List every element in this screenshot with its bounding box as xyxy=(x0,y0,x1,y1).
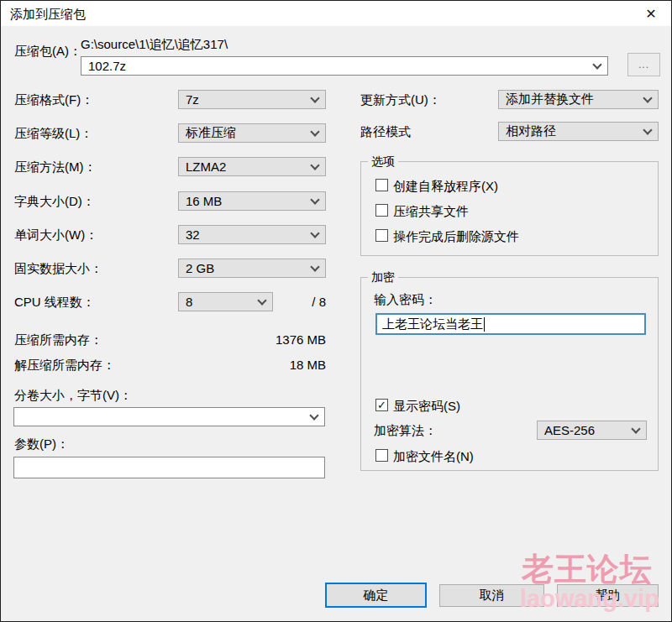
method-label: 压缩方法(M)： xyxy=(14,159,97,175)
chevron-down-icon xyxy=(592,60,601,69)
chevron-down-icon xyxy=(643,125,652,134)
chevron-down-icon xyxy=(643,93,652,102)
word-size-combobox[interactable]: 32 xyxy=(178,225,326,244)
cpu-threads-value: 8 xyxy=(186,295,192,309)
cpu-threads-label: CPU 线程数： xyxy=(14,295,95,311)
titlebar: 添加到压缩包 ✕ xyxy=(1,1,671,26)
chevron-down-icon xyxy=(309,410,318,420)
path-mode-value: 相对路径 xyxy=(506,123,556,139)
show-password-checkbox[interactable]: ✓ xyxy=(375,399,388,411)
solid-block-combobox[interactable]: 2 GB xyxy=(178,259,326,278)
archive-name-value: 102.7z xyxy=(88,59,126,73)
options-group-title: 选项 xyxy=(368,154,398,170)
memory-compress-label: 压缩所需内存： xyxy=(14,332,102,348)
format-value: 7z xyxy=(186,92,199,107)
show-password-label: 显示密码(S) xyxy=(393,399,460,415)
archive-name-combobox[interactable]: 102.7z xyxy=(81,56,608,76)
parameters-input[interactable] xyxy=(13,457,325,478)
text-caret xyxy=(484,317,485,332)
solid-block-label: 固实数据大小： xyxy=(14,261,102,277)
create-sfx-checkbox[interactable] xyxy=(375,179,388,191)
volume-size-label: 分卷大小，字节(V)： xyxy=(14,388,132,404)
chevron-down-icon xyxy=(310,127,319,136)
update-mode-label: 更新方式(U)： xyxy=(360,92,441,108)
volume-size-combobox[interactable] xyxy=(13,407,325,426)
format-combobox[interactable]: 7z xyxy=(178,90,326,109)
format-label: 压缩格式(F)： xyxy=(14,92,93,108)
parameters-label: 参数(P)： xyxy=(14,436,69,452)
shared-files-label: 压缩共享文件 xyxy=(393,204,469,220)
chevron-down-icon xyxy=(310,195,319,204)
delete-after-checkbox[interactable] xyxy=(375,229,388,242)
path-mode-label: 路径模式 xyxy=(360,124,411,140)
encryption-method-combobox[interactable]: AES-256 xyxy=(537,421,647,440)
encryption-group-title: 加密 xyxy=(368,270,398,285)
create-sfx-label: 创建自释放程序(X) xyxy=(393,179,498,195)
level-label: 压缩等级(L)： xyxy=(14,126,92,142)
browse-button[interactable]: ... xyxy=(627,53,660,76)
method-value: LZMA2 xyxy=(186,159,226,174)
delete-after-label: 操作完成后删除源文件 xyxy=(393,229,519,245)
archive-label: 压缩包(A)： xyxy=(14,44,81,60)
encryption-method-value: AES-256 xyxy=(544,423,595,437)
dictionary-combobox[interactable]: 16 MB xyxy=(178,191,326,211)
word-size-value: 32 xyxy=(186,227,200,242)
level-value: 标准压缩 xyxy=(186,125,236,141)
chevron-down-icon xyxy=(310,93,319,102)
method-combobox[interactable]: LZMA2 xyxy=(178,157,326,176)
close-icon[interactable]: ✕ xyxy=(639,4,663,24)
add-to-archive-dialog: 添加到压缩包 ✕ 压缩包(A)： G:\source\1\追忆\追忆317\ 1… xyxy=(0,0,672,622)
archive-path: G:\source\1\追忆\追忆317\ xyxy=(81,37,228,53)
encryption-method-label: 加密算法： xyxy=(374,423,437,439)
level-combobox[interactable]: 标准压缩 xyxy=(178,123,326,143)
password-value: 上老王论坛当老王 xyxy=(382,316,483,332)
chevron-down-icon xyxy=(631,424,640,433)
chevron-down-icon xyxy=(310,160,319,170)
shared-files-checkbox[interactable] xyxy=(375,204,388,217)
cancel-button[interactable]: 取消 xyxy=(439,584,544,607)
chevron-down-icon xyxy=(310,262,319,271)
memory-decompress-label: 解压缩所需内存： xyxy=(14,358,115,374)
update-mode-value: 添加并替换文件 xyxy=(506,91,594,107)
memory-compress-value: 1376 MB xyxy=(178,332,326,347)
chevron-down-icon xyxy=(310,228,319,238)
ok-button[interactable]: 确定 xyxy=(325,583,427,608)
path-mode-combobox[interactable]: 相对路径 xyxy=(498,122,659,141)
update-mode-combobox[interactable]: 添加并替换文件 xyxy=(498,90,659,109)
solid-block-value: 2 GB xyxy=(186,261,214,275)
cpu-threads-max: / 8 xyxy=(253,295,326,309)
password-label: 输入密码： xyxy=(374,292,437,308)
word-size-label: 单词大小(W)： xyxy=(14,227,97,243)
encrypt-filenames-label: 加密文件名(N) xyxy=(393,449,474,465)
dictionary-value: 16 MB xyxy=(186,194,222,208)
dialog-title: 添加到压缩包 xyxy=(10,7,86,23)
memory-decompress-value: 18 MB xyxy=(178,358,326,372)
encrypt-filenames-checkbox[interactable] xyxy=(375,449,388,462)
dictionary-label: 字典大小(D)： xyxy=(14,194,95,210)
help-button[interactable]: 帮助 xyxy=(557,584,659,607)
password-input[interactable]: 上老王论坛当老王 xyxy=(375,313,646,335)
